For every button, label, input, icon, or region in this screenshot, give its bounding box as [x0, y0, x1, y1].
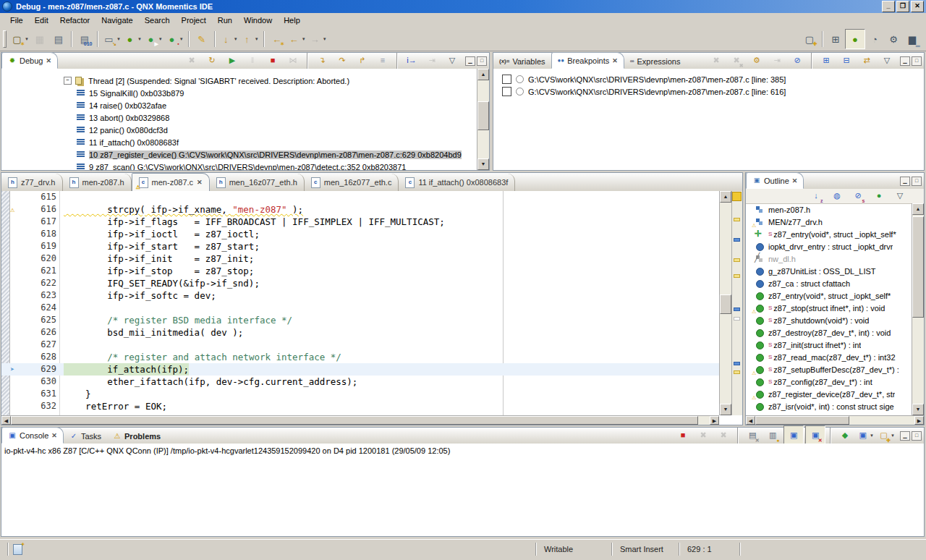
overview-warning-mark[interactable]	[734, 370, 740, 374]
show-supported-breakpoints-button[interactable]: ⚙	[747, 51, 766, 70]
overview-info-mark[interactable]	[734, 238, 740, 242]
overview-warning-mark[interactable]	[734, 218, 740, 221]
print-button[interactable]: ▤	[49, 30, 68, 48]
close-icon[interactable]: ✕	[197, 179, 203, 186]
step-over-button[interactable]: ↷	[333, 51, 352, 70]
outline-item[interactable]: z87_isr(void*, int) : const struct sige	[746, 400, 912, 412]
maximize-view-button[interactable]: □	[912, 431, 922, 441]
maximize-view-button[interactable]: □	[477, 56, 487, 66]
close-icon[interactable]: ✕	[792, 177, 798, 184]
line-number[interactable]: 629	[10, 363, 56, 376]
menu-navigate[interactable]: Navigate	[95, 14, 138, 26]
outline-item[interactable]: z87_destroy(z87_dev_t*, int) : void	[746, 326, 912, 339]
overview-info-mark[interactable]	[734, 307, 740, 311]
line-number[interactable]: 631	[10, 388, 56, 400]
editor-tab-men-z087-h[interactable]: hmen-z087.h	[63, 174, 132, 191]
disconnect-button[interactable]: ⋈	[284, 51, 302, 70]
stack-frame-row[interactable]: 10 z87_register_device() G:\CVS\work\QNX…	[1, 148, 477, 161]
dropdown-arrow-icon[interactable]: ▼	[302, 37, 306, 41]
dropdown-arrow-icon[interactable]: ▼	[179, 37, 184, 41]
restart-button[interactable]: ↻	[203, 51, 221, 70]
mark-occurrences-button[interactable]: ✎	[192, 30, 211, 48]
overview-info-mark[interactable]	[734, 362, 740, 365]
link-with-debug-button[interactable]: ⇄	[857, 51, 876, 70]
tab-debug[interactable]: ✹ Debug ✕	[1, 52, 58, 69]
outline-hscrollbar[interactable]: ◀ ▶	[746, 415, 924, 425]
drop-to-frame-button[interactable]: ⇥	[422, 51, 441, 70]
outline-item[interactable]: iopkt_drvr_entry : struct _iopkt_drvr	[746, 240, 912, 253]
menu-window[interactable]: Window	[238, 14, 278, 26]
breakpoint-row[interactable]: G:\CVS\work\QNX\src\DRIVERS\devnp\men-z0…	[493, 73, 924, 85]
close-icon[interactable]: ✕	[46, 57, 51, 64]
line-number[interactable]: 632	[10, 400, 56, 412]
editor-tab-men-16z077-eth-h[interactable]: hmen_16z077_eth.h	[210, 174, 305, 191]
minimize-button[interactable]: _	[882, 1, 895, 12]
stack-frame-row[interactable]: 13 abort() 0xb0329868	[1, 111, 477, 124]
tab-expressions[interactable]: ∞Expressions	[624, 54, 687, 69]
debug-launch-button[interactable]: ●▼	[122, 30, 143, 48]
stack-frame-row[interactable]: 11 if_attach() 0x0808683f	[1, 136, 477, 148]
menu-help[interactable]: Help	[278, 14, 306, 26]
outline-item[interactable]: Sz87_read_mac(z87_dev_t*) : int32	[746, 351, 912, 363]
save-button[interactable]: ▦	[30, 30, 49, 48]
code-editor[interactable]: 615616⚠ strcpy( ifp->if_xname, "men-z087…	[1, 191, 719, 415]
new-wizard-button[interactable]: ▢✶▼	[9, 30, 30, 48]
last-edit-location-button[interactable]: ←✶	[268, 30, 286, 48]
remove-breakpoint-button[interactable]: ✖	[707, 51, 726, 70]
dropdown-arrow-icon[interactable]: ▼	[116, 37, 121, 41]
binary-file-button[interactable]: ▤010	[75, 30, 94, 48]
forward-button[interactable]: →▼	[307, 30, 328, 48]
outline-vscrollbar[interactable]: ▲ ▼	[912, 203, 924, 415]
maximize-view-button[interactable]: □	[912, 56, 922, 66]
line-number[interactable]: 625	[10, 314, 56, 326]
minimize-view-button[interactable]: ▁	[900, 177, 910, 186]
menu-run[interactable]: Run	[212, 14, 238, 26]
show-stderr-button[interactable]: ▣✕	[805, 425, 825, 446]
line-number[interactable]: 626	[10, 326, 56, 339]
resume-button[interactable]: ▶	[223, 51, 242, 70]
expand-all-button[interactable]: ⊞	[817, 51, 836, 70]
perspective-sysinfo-button[interactable]: ◔	[865, 30, 884, 48]
close-icon[interactable]: ✕	[51, 432, 57, 439]
menu-project[interactable]: Project	[176, 14, 212, 26]
restore-button[interactable]: ❐	[896, 1, 909, 12]
line-number[interactable]: 619	[10, 240, 56, 253]
stack-frame-row[interactable]: 14 raise() 0xb032afae	[1, 99, 477, 111]
overview-ruler[interactable]	[731, 191, 742, 415]
line-number[interactable]: 618	[10, 228, 56, 240]
close-icon[interactable]: ✕	[612, 57, 618, 64]
step-return-button[interactable]: ↱	[353, 51, 372, 70]
line-number[interactable]: 627	[10, 339, 56, 351]
minimize-view-button[interactable]: ▁	[900, 56, 910, 66]
outline-item[interactable]: Sz87_shutdown(void*) : void	[746, 314, 912, 326]
breakpoint-checkbox[interactable]	[502, 87, 511, 96]
line-number[interactable]: 628	[10, 351, 56, 363]
tree-collapse-icon[interactable]: −	[64, 77, 72, 85]
line-number[interactable]: 630	[10, 376, 56, 388]
minimize-view-button[interactable]: ▁	[900, 431, 910, 441]
outline-item[interactable]: z87_ca : struct cfattach	[746, 277, 912, 289]
tab-outline[interactable]: ▣ Outline ✕	[746, 172, 804, 189]
tab-variables[interactable]: (x)=Variables	[493, 54, 551, 69]
skip-all-breakpoints-button[interactable]: ⊘	[788, 51, 807, 70]
outline-item[interactable]: Sz87_init(struct ifnet*) : int	[746, 339, 912, 351]
stack-frame-row[interactable]: 15 SignalKill() 0xb033b879	[1, 87, 477, 99]
tab-tasks[interactable]: ✓Tasks	[64, 428, 107, 444]
line-number[interactable]: 620	[10, 253, 56, 265]
line-number[interactable]: 621	[10, 265, 56, 277]
line-number[interactable]: 617	[10, 216, 56, 228]
instruction-stepping-button[interactable]: ≡	[373, 51, 392, 70]
terminate-button[interactable]: ■	[674, 426, 692, 445]
close-button[interactable]: ✕	[911, 1, 924, 12]
outline-item[interactable]: ✛Sz87_entry(void*, struct _iopkt_self*	[746, 228, 912, 240]
show-stdout-button[interactable]: ▣	[783, 425, 804, 446]
line-number[interactable]: 622	[10, 277, 56, 289]
pin-console-button[interactable]: ◆	[836, 426, 854, 445]
open-perspective-button[interactable]: ▢✚	[800, 30, 819, 48]
console-content[interactable]: io-pkt-v4-hc x86 Z87 [C/C++ QNX QConn (I…	[1, 444, 924, 536]
editor-tab-men-16z077-eth-c[interactable]: cmen_16z077_eth.c	[305, 174, 399, 191]
maximize-view-button[interactable]: □	[912, 177, 922, 186]
dropdown-arrow-icon[interactable]: ▼	[158, 37, 163, 41]
overview-warning-mark[interactable]	[734, 317, 740, 321]
thread-row[interactable]: −Thread [2] (Suspended: Signal 'SIGABRT'…	[1, 75, 477, 87]
